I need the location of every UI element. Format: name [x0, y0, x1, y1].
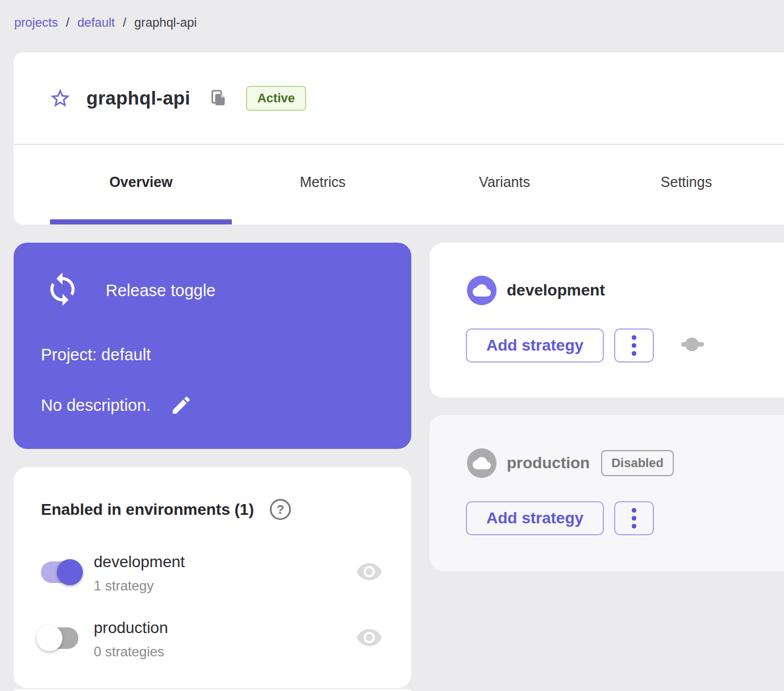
- loop-arrows-icon: [44, 271, 81, 310]
- environment-menu-kebab-icon[interactable]: [614, 328, 654, 363]
- tab-metrics[interactable]: Metrics: [232, 145, 414, 219]
- page-title: graphql-api: [86, 88, 190, 109]
- environment-card-development: development Add strategy: [429, 243, 784, 398]
- environment-row-name: development: [94, 553, 185, 571]
- visibility-eye-icon[interactable]: [356, 624, 383, 653]
- release-card-header: Release toggle: [44, 271, 215, 310]
- active-tab-indicator: [50, 219, 232, 224]
- project-label: Project: default: [41, 346, 151, 364]
- copy-name-icon[interactable]: [208, 88, 229, 109]
- tab-variants[interactable]: Variants: [414, 145, 595, 219]
- panel-header: Enabled in environments (1) ?: [41, 499, 291, 520]
- environment-name: production: [507, 454, 590, 472]
- help-icon[interactable]: ?: [270, 499, 291, 520]
- breadcrumb-separator: /: [123, 15, 126, 30]
- environment-header: production Disabled: [467, 448, 674, 478]
- add-strategy-button[interactable]: Add strategy: [466, 501, 604, 535]
- panel-title: Enabled in environments (1): [41, 501, 254, 519]
- feature-header-card: graphql-api Active Overview Metrics Vari…: [14, 52, 784, 224]
- toggle-development-switch[interactable]: [41, 561, 78, 583]
- breadcrumb-project-default[interactable]: default: [77, 15, 115, 30]
- edit-description-pencil-icon[interactable]: [170, 394, 193, 417]
- description-label: No description.: [41, 396, 151, 415]
- environment-actions: Add strategy: [466, 328, 705, 363]
- environment-menu-kebab-icon[interactable]: [614, 501, 654, 535]
- release-toggle-card: Release toggle Project: default No descr…: [14, 243, 411, 449]
- environment-name: development: [507, 281, 605, 299]
- breadcrumb-current: graphql-api: [134, 15, 197, 30]
- tab-bar: Overview Metrics Variants Settings: [50, 145, 784, 219]
- toggle-type-label: Release toggle: [106, 281, 215, 300]
- environment-actions: Add strategy: [466, 501, 654, 535]
- feature-header-row: graphql-api Active: [14, 52, 784, 144]
- favorite-star-icon[interactable]: [49, 87, 72, 110]
- breadcrumb: projects / default / graphql-api: [14, 15, 197, 30]
- rollout-slider-icon: [680, 337, 705, 354]
- environment-row-name: production: [94, 619, 168, 637]
- cloud-icon: [467, 448, 497, 478]
- environment-card-production: production Disabled Add strategy: [429, 415, 784, 571]
- cloud-icon: [467, 276, 497, 305]
- environment-header: development: [467, 276, 605, 305]
- add-strategy-button[interactable]: Add strategy: [466, 328, 604, 363]
- description-row: No description.: [41, 394, 193, 417]
- enabled-environments-panel: Enabled in environments (1) ? developmen…: [14, 467, 411, 688]
- environment-row-strategy-count: 0 strategies: [94, 644, 164, 660]
- breadcrumb-projects[interactable]: projects: [14, 15, 58, 30]
- tab-settings[interactable]: Settings: [595, 145, 777, 219]
- environment-row-strategy-count: 1 strategy: [94, 578, 153, 594]
- toggle-production-switch[interactable]: [41, 627, 78, 649]
- visibility-eye-icon[interactable]: [356, 558, 383, 588]
- tab-overview[interactable]: Overview: [50, 145, 232, 219]
- feature-flag-page: projects / default / graphql-api graphql…: [0, 0, 784, 691]
- status-badge: Active: [246, 86, 306, 111]
- disabled-badge: Disabled: [601, 450, 674, 476]
- breadcrumb-separator: /: [66, 15, 69, 30]
